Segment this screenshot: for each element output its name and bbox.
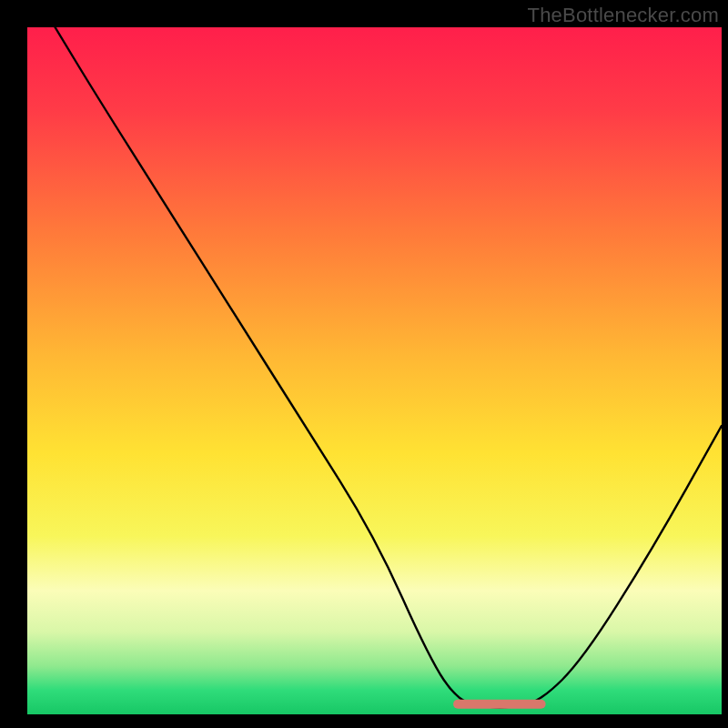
bottleneck-chart xyxy=(0,0,728,728)
watermark-text: TheBottlenecker.com xyxy=(528,4,719,27)
gradient-background xyxy=(27,27,722,714)
